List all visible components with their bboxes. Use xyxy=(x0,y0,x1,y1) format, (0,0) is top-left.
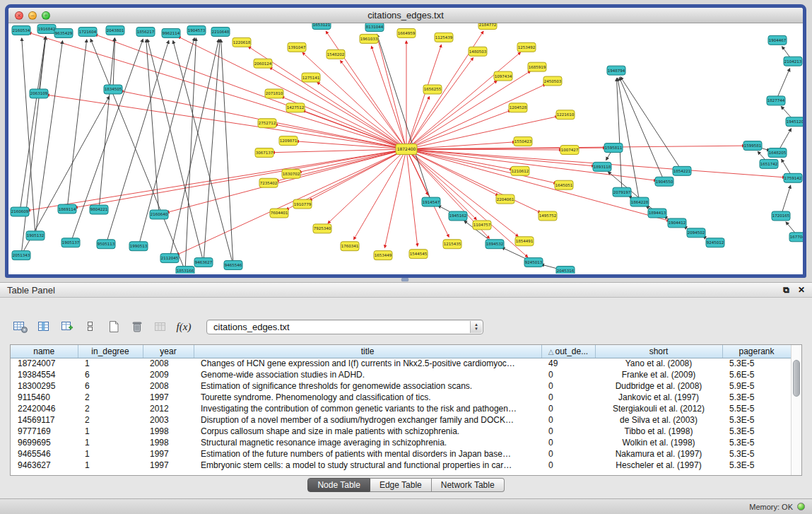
graph-node[interactable]: 1945162 xyxy=(449,211,467,221)
tab-edge-table[interactable]: Edge Table xyxy=(370,478,432,492)
graph-node[interactable]: 2204061 xyxy=(496,194,514,204)
graph-node[interactable]: 1760341 xyxy=(341,242,359,251)
graph-edge[interactable] xyxy=(272,149,406,153)
graph-node[interactable]: 1125439 xyxy=(435,33,453,42)
graph-node[interactable]: 1854491 xyxy=(515,237,534,246)
graph-node[interactable]: 1495752 xyxy=(539,211,557,221)
table-mode-icon[interactable] xyxy=(11,317,30,336)
graph-node[interactable]: 9463627 xyxy=(194,258,213,267)
graph-edge[interactable] xyxy=(372,46,406,149)
graph-edge[interactable] xyxy=(177,149,406,255)
graph-edge[interactable] xyxy=(317,82,406,149)
graph-edge[interactable] xyxy=(406,45,442,149)
graph-edge[interactable] xyxy=(326,31,406,149)
graph-node[interactable]: 9245012 xyxy=(706,238,724,247)
table-row[interactable]: 946554611997Estimation of the future num… xyxy=(11,448,791,460)
graph-node[interactable]: 2104213 xyxy=(784,57,802,66)
network-view[interactable]: 2160534191684296354291721604204380118562… xyxy=(8,23,803,274)
table-row[interactable]: 946362711997Embryonic stem cells: a mode… xyxy=(11,460,791,471)
table-row[interactable]: 969969511998Structural magnetic resonanc… xyxy=(11,437,791,448)
graph-edge[interactable] xyxy=(148,40,204,263)
graph-node[interactable]: 1856217 xyxy=(136,27,155,36)
graph-node[interactable]: 3067137 xyxy=(255,148,273,158)
table-row[interactable]: 1830029562008Estimation of significance … xyxy=(11,380,791,392)
graph-node[interactable]: 1210612 xyxy=(511,166,529,175)
graph-node[interactable]: 1894532 xyxy=(486,240,504,249)
graph-node[interactable]: 9804221 xyxy=(90,205,108,214)
graph-node[interactable]: 2094502 xyxy=(687,228,705,238)
graph-edge[interactable] xyxy=(406,149,476,220)
graph-node[interactable]: 1834505 xyxy=(104,85,122,94)
graph-node[interactable]: 1544545 xyxy=(409,250,428,259)
graph-edge[interactable] xyxy=(22,38,35,235)
graph-node[interactable]: 1990513 xyxy=(129,242,148,251)
graph-edge[interactable] xyxy=(299,149,406,173)
graph-node[interactable]: 1253492 xyxy=(517,42,536,52)
graph-edge[interactable] xyxy=(221,40,233,265)
graph-node[interactable]: 2043801 xyxy=(106,25,124,35)
new-table-icon[interactable] xyxy=(105,317,123,336)
table-row[interactable]: 1938455462009Genome-wide association stu… xyxy=(11,369,791,380)
graph-node[interactable]: 2063109 xyxy=(30,89,48,98)
graph-node[interactable]: 1945120 xyxy=(786,117,803,127)
graph-edge[interactable] xyxy=(28,149,406,211)
graph-edge[interactable] xyxy=(341,61,406,149)
table-row[interactable]: 1456911722003Disruption of a novel membe… xyxy=(11,414,791,426)
graph-node[interactable]: 1827744 xyxy=(767,96,785,105)
graph-node[interactable]: 1893118 xyxy=(593,162,611,171)
graph-node[interactable]: 1548202 xyxy=(326,49,345,59)
column-header-name[interactable]: name xyxy=(11,345,78,358)
graph-node[interactable]: 1916842 xyxy=(37,24,56,33)
graph-node[interactable]: 1904573 xyxy=(187,25,206,35)
graph-node[interactable]: 2450503 xyxy=(543,76,562,86)
graph-node[interactable]: 2160534 xyxy=(12,25,30,35)
close-window-button[interactable]: × xyxy=(15,11,23,20)
graph-edge[interactable] xyxy=(328,149,406,223)
network-canvas[interactable]: 2160534191684296354291721604204380118562… xyxy=(8,23,803,274)
column-header-title[interactable]: title xyxy=(194,345,541,358)
float-panel-icon[interactable]: ⧉ xyxy=(783,285,789,295)
create-column-icon[interactable] xyxy=(58,317,76,336)
graph-node[interactable]: 9245013 xyxy=(524,258,543,267)
graph-edge[interactable] xyxy=(620,77,682,171)
graph-node[interactable]: 1653449 xyxy=(374,251,392,260)
graph-edge[interactable] xyxy=(406,97,430,149)
splitter-handle[interactable] xyxy=(401,278,408,281)
graph-node[interactable]: 1759142 xyxy=(784,173,802,182)
graph-node[interactable]: 1104757 xyxy=(473,221,491,230)
graph-node-hub[interactable]: 1872400 xyxy=(396,144,417,155)
graph-node[interactable]: 2051343 xyxy=(12,251,30,260)
graph-node[interactable]: 2752712 xyxy=(258,119,276,128)
graph-node[interactable]: 2071810 xyxy=(265,89,283,98)
vertical-scrollbar[interactable] xyxy=(791,345,801,475)
graph-node[interactable]: 1427512 xyxy=(286,103,305,112)
tab-network-table[interactable]: Network Table xyxy=(432,478,505,492)
column-header-pagerank[interactable]: pagerank xyxy=(722,345,791,358)
graph-node[interactable]: 1221610 xyxy=(556,110,575,119)
graph-node[interactable]: 1720165 xyxy=(772,211,790,221)
graph-node[interactable]: 1677042 xyxy=(789,233,803,242)
graph-node[interactable]: 1664959 xyxy=(397,28,416,37)
delete-table-icon[interactable] xyxy=(128,317,146,336)
graph-node[interactable]: 7235402 xyxy=(259,178,278,187)
graph-node[interactable]: 2079197 xyxy=(613,187,631,197)
graph-edge[interactable] xyxy=(95,35,406,149)
graph-node[interactable]: 1854221 xyxy=(673,166,691,175)
graph-edge[interactable] xyxy=(90,39,185,271)
graph-node[interactable]: 2112045 xyxy=(160,254,179,263)
graph-edge[interactable] xyxy=(185,38,196,271)
graph-node[interactable]: 1904467 xyxy=(768,35,787,45)
graph-node[interactable]: 1904412 xyxy=(668,218,686,228)
graph-edge[interactable] xyxy=(167,149,406,213)
row-selection-icon[interactable] xyxy=(81,317,100,336)
graph-node[interactable]: 1097434 xyxy=(494,71,512,81)
graph-node[interactable]: 7604401 xyxy=(270,209,288,218)
graph-node[interactable]: 1961033 xyxy=(360,34,378,43)
table-row[interactable]: 1872400712008Changes of HCN gene express… xyxy=(11,358,791,369)
graph-edge[interactable] xyxy=(377,35,406,149)
graph-edge[interactable] xyxy=(406,149,418,246)
memory-indicator-icon[interactable] xyxy=(797,503,805,510)
graph-node[interactable]: 1480503 xyxy=(469,47,487,56)
minimize-window-button[interactable]: − xyxy=(28,11,37,20)
graph-edge[interactable] xyxy=(146,40,159,215)
